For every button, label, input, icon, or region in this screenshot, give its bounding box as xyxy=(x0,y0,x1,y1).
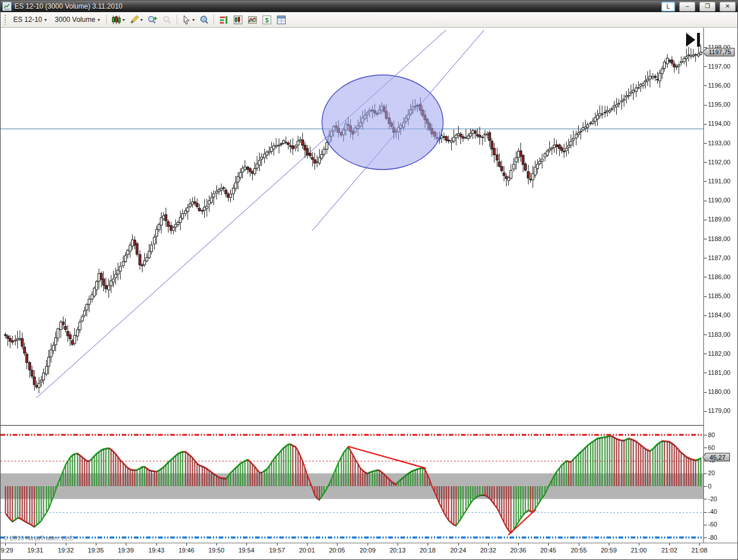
price-tick-label: 1192,00 xyxy=(708,159,730,166)
time-tick-label: 20:55 xyxy=(565,547,592,554)
instrument-selector[interactable]: ES 12-10 ▾ xyxy=(9,14,51,25)
price-tick-label: 1182,00 xyxy=(708,350,730,357)
interval-selector[interactable]: 3000 Volume ▾ xyxy=(51,14,104,25)
time-tick xyxy=(428,543,428,546)
time-tick xyxy=(307,543,308,546)
price-tick xyxy=(704,373,707,373)
chart-trader-button[interactable] xyxy=(231,13,245,27)
chart-trader-icon xyxy=(233,15,243,25)
price-panel-canvas[interactable] xyxy=(1,28,703,425)
price-tick xyxy=(704,105,707,106)
link-button[interactable]: L xyxy=(661,2,675,12)
price-tick-label: 1181,00 xyxy=(708,369,730,376)
oscillator-tick xyxy=(704,538,707,538)
time-tick xyxy=(579,543,579,546)
time-axis[interactable]: 19:2919:3119:3219:3519:3919:4319:4619:50… xyxy=(1,543,737,559)
snapshot-button[interactable] xyxy=(245,13,260,27)
price-tick-label: 1185,00 xyxy=(708,292,730,299)
time-tick-label: 19:54 xyxy=(233,547,260,554)
oscillator-tick-label: 20 xyxy=(708,469,715,476)
window-title: ES 12-10 (3000 Volume) 3.11.2010 xyxy=(14,2,657,10)
time-tick xyxy=(216,543,217,546)
price-tick-label: 1186,00 xyxy=(708,273,730,280)
oscillator-value-marker: 45,27 xyxy=(702,453,730,461)
price-tick xyxy=(704,181,707,182)
minimize-button[interactable]: – xyxy=(679,2,695,12)
oscillator-tick xyxy=(704,473,707,474)
price-tick-label: 1187,00 xyxy=(708,254,730,261)
price-tick-label: 1184,00 xyxy=(708,311,730,318)
price-tick xyxy=(704,239,707,239)
time-tick-label: 19:35 xyxy=(83,547,109,554)
price-tick-label: 1183,00 xyxy=(708,331,730,338)
time-tick-label: 20:13 xyxy=(384,547,411,554)
indicators-button[interactable] xyxy=(216,13,231,27)
time-tick-label: 19:32 xyxy=(53,547,79,554)
oscillator-tick-label: -80 xyxy=(708,534,717,541)
oscillator-tick-label: 60 xyxy=(708,444,715,451)
time-tick xyxy=(66,543,66,546)
price-tick xyxy=(704,85,707,86)
toolbar-separator xyxy=(177,14,177,25)
oscillator-tick-label: 0 xyxy=(708,483,711,490)
price-tick-label: 1180,00 xyxy=(708,388,730,395)
time-tick xyxy=(156,543,157,546)
price-tick xyxy=(704,315,707,316)
zoom-in-button[interactable] xyxy=(145,13,160,27)
price-tick-label: 1194,00 xyxy=(708,120,730,127)
instrument-label: ES 12-10 xyxy=(13,16,42,24)
oscillator-tick-label: -60 xyxy=(708,521,717,528)
time-tick-label: 20:01 xyxy=(294,547,320,554)
time-tick-label: 19:39 xyxy=(113,547,139,554)
price-tick xyxy=(704,201,707,201)
time-tick xyxy=(398,543,398,546)
time-tick-label: 20:09 xyxy=(354,547,381,554)
time-tick xyxy=(669,543,670,546)
time-tick xyxy=(458,543,459,546)
data-grid-button[interactable] xyxy=(274,13,289,27)
time-tick-label: 21:02 xyxy=(656,547,683,554)
oscillator-tick xyxy=(704,448,707,448)
oscillator-tick-label: -20 xyxy=(708,495,717,502)
price-tick xyxy=(704,335,707,335)
price-tick-label: 1190,00 xyxy=(708,197,730,204)
time-tick xyxy=(609,543,609,546)
time-tick-label: 21:08 xyxy=(686,547,713,554)
go-to-last-bar-icon[interactable] xyxy=(685,32,702,47)
chevron-down-icon: ▾ xyxy=(98,17,100,22)
time-tick xyxy=(548,543,549,546)
toolbar-separator xyxy=(213,14,214,25)
magnifier-button[interactable] xyxy=(197,13,211,27)
fundamental-data-button[interactable]: $ xyxy=(260,13,274,27)
price-tick xyxy=(704,392,707,393)
price-tick-label: 1191,00 xyxy=(708,178,730,185)
restore-button[interactable]: ❐ xyxy=(699,2,715,12)
panel-divider[interactable] xyxy=(1,425,703,426)
cursor-button[interactable]: ▾ xyxy=(179,13,197,27)
time-tick xyxy=(126,543,126,546)
chart-style-button[interactable]: ▾ xyxy=(109,13,127,27)
title-bar[interactable]: ES 12-10 (3000 Volume) 3.11.2010 L – ❐ ✕ xyxy=(1,1,737,12)
interval-label: 3000 Volume xyxy=(55,16,95,24)
drawing-tools-button[interactable]: ▾ xyxy=(127,13,145,27)
chevron-down-icon: ▾ xyxy=(192,17,194,22)
dollar-icon: $ xyxy=(262,15,272,25)
time-tick xyxy=(277,543,278,546)
chevron-down-icon: ▾ xyxy=(44,17,47,22)
time-tick-label: 20:24 xyxy=(445,547,471,554)
price-tick xyxy=(704,124,707,125)
time-tick xyxy=(186,543,187,546)
time-tick xyxy=(488,543,489,546)
time-tick-label: 19:43 xyxy=(143,547,170,554)
close-button[interactable]: ✕ xyxy=(720,2,736,12)
copyright-text: © 2010 NinjaTrader, LLC xyxy=(3,535,73,542)
zoom-out-icon xyxy=(162,15,172,25)
toolbar-grip-handle[interactable] xyxy=(3,14,8,25)
oscillator-tick xyxy=(704,486,707,487)
oscillator-panel-canvas[interactable] xyxy=(1,426,703,543)
time-tick-label: 19:31 xyxy=(22,547,48,554)
price-tick xyxy=(704,162,707,163)
time-tick-label: 19:57 xyxy=(264,547,290,554)
toolbar: ES 12-10 ▾ 3000 Volume ▾ ▾ ▾ xyxy=(1,12,737,28)
zoom-out-button xyxy=(160,13,174,27)
